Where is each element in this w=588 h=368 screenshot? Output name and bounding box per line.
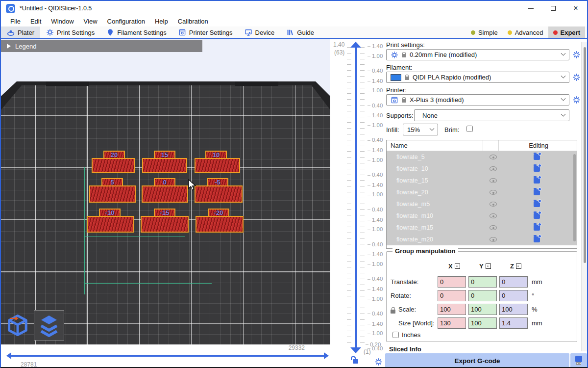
print-settings-gear-button[interactable] xyxy=(572,51,581,59)
mode-advanced[interactable]: Advanced xyxy=(503,26,548,38)
calibration-object-tab[interactable]: -5 xyxy=(207,178,228,186)
preview-view-button[interactable] xyxy=(34,310,64,341)
calibration-object-tab[interactable]: 0 xyxy=(154,178,175,186)
calibration-object-tab[interactable]: 10 xyxy=(205,151,227,159)
maximize-button[interactable] xyxy=(542,1,564,16)
menu-item-configuration[interactable]: Configuration xyxy=(103,17,149,26)
tab-printer-settings[interactable]: Printer Settings xyxy=(172,26,239,38)
uniform-scale-lock-icon[interactable] xyxy=(391,310,395,314)
manipulation-input-z[interactable] xyxy=(499,290,528,301)
calibration-object-tab[interactable]: 15 xyxy=(154,151,175,159)
calibration-object[interactable] xyxy=(195,158,240,173)
calibration-object[interactable] xyxy=(196,216,244,233)
manipulation-input-y[interactable] xyxy=(468,290,497,301)
layer-slider-track[interactable] xyxy=(355,47,357,348)
supports-combo[interactable]: None xyxy=(414,109,569,121)
edit-object-icon[interactable] xyxy=(534,213,540,219)
calibration-object-tab[interactable]: -10 xyxy=(99,209,121,217)
calibration-object-tab[interactable]: -20 xyxy=(208,209,229,217)
editor-view-button[interactable] xyxy=(2,310,33,341)
edit-object-icon[interactable] xyxy=(534,166,540,172)
table-row[interactable]: flowrate_m10 xyxy=(387,210,577,222)
table-row[interactable]: flowrate_15 xyxy=(387,175,577,186)
layer-slider-upper-handle[interactable] xyxy=(350,42,361,48)
close-button[interactable]: × xyxy=(564,1,587,16)
visibility-eye-icon[interactable] xyxy=(490,155,497,159)
tab-plater[interactable]: Plater xyxy=(1,26,40,38)
infill-combo[interactable]: 15% xyxy=(403,124,438,135)
inches-checkbox[interactable] xyxy=(392,332,399,338)
print-settings-combo[interactable]: 0.20mm Fine (modified) xyxy=(386,49,569,60)
visibility-eye-icon[interactable] xyxy=(490,190,497,195)
gcode-slider-left-handle[interactable] xyxy=(6,352,11,359)
calibration-object-tab[interactable]: 5 xyxy=(101,178,123,186)
filament-combo[interactable]: QIDI PLA Rapido (modified) xyxy=(386,72,569,83)
manipulation-input-y[interactable] xyxy=(468,304,497,315)
viewport-3d[interactable]: 20151050-5-10-15-20 Legend xyxy=(1,39,330,344)
layer-slider-lock-icon[interactable] xyxy=(353,359,358,364)
tab-filament-settings[interactable]: Filament Settings xyxy=(100,26,172,38)
manipulation-input-z[interactable] xyxy=(499,276,528,288)
export-usb-button[interactable] xyxy=(570,353,587,368)
menu-item-edit[interactable]: Edit xyxy=(26,17,46,26)
tab-device[interactable]: Device xyxy=(239,26,281,38)
menu-item-view[interactable]: View xyxy=(79,17,102,26)
edit-object-icon[interactable] xyxy=(534,154,540,160)
export-gcode-button[interactable]: Export G-code xyxy=(385,353,569,368)
edit-object-icon[interactable] xyxy=(534,201,540,207)
object-list-scrollbar[interactable] xyxy=(573,154,576,241)
manipulation-input-z[interactable] xyxy=(499,304,528,315)
calibration-object[interactable] xyxy=(89,185,136,203)
manipulation-input-x[interactable] xyxy=(438,290,466,301)
gcode-slider-right-handle[interactable] xyxy=(324,352,329,359)
table-row[interactable]: flowrate_m15 xyxy=(387,222,577,234)
layer-slider-gear-icon[interactable] xyxy=(374,358,383,366)
manipulation-input-y[interactable] xyxy=(468,276,497,288)
tab-guide[interactable]: Guide xyxy=(280,26,320,38)
edit-object-icon[interactable] xyxy=(534,189,540,195)
visibility-eye-icon[interactable] xyxy=(490,178,497,183)
manipulation-input-x[interactable] xyxy=(438,304,466,315)
manipulation-input-z[interactable] xyxy=(499,317,528,329)
edit-object-icon[interactable] xyxy=(534,225,540,231)
calibration-object[interactable] xyxy=(142,158,187,173)
mode-simple[interactable]: Simple xyxy=(466,26,503,38)
table-row[interactable]: flowrate_m20 xyxy=(387,234,577,245)
table-row[interactable]: flowrate_m5 xyxy=(387,198,577,210)
menu-item-file[interactable]: File xyxy=(6,17,25,26)
calibration-object[interactable] xyxy=(142,185,188,203)
menu-item-window[interactable]: Window xyxy=(47,17,78,26)
table-row[interactable]: flowrate_5 xyxy=(387,151,577,163)
filament-gear-button[interactable] xyxy=(572,73,581,81)
manipulation-input-x[interactable] xyxy=(438,276,466,288)
calibration-object[interactable] xyxy=(141,216,189,233)
visibility-eye-icon[interactable] xyxy=(490,202,497,207)
brim-checkbox[interactable] xyxy=(466,126,473,132)
visibility-eye-icon[interactable] xyxy=(490,166,497,171)
panel-scrollbar-thumb[interactable] xyxy=(584,47,586,263)
visibility-eye-icon[interactable] xyxy=(490,237,497,242)
edit-object-icon[interactable] xyxy=(534,237,540,242)
minimize-button[interactable] xyxy=(519,1,542,16)
calibration-object[interactable] xyxy=(92,158,135,173)
visibility-eye-icon[interactable] xyxy=(490,225,497,230)
mode-expert[interactable]: Expert xyxy=(548,26,585,38)
layer-slider-lower-handle[interactable] xyxy=(350,347,361,353)
calibration-object-tab[interactable]: -15 xyxy=(154,209,175,217)
gcode-move-slider[interactable] xyxy=(11,355,324,357)
edit-object-icon[interactable] xyxy=(534,178,540,184)
visibility-eye-icon[interactable] xyxy=(490,213,497,218)
menu-item-help[interactable]: Help xyxy=(150,17,172,26)
table-row[interactable]: flowrate_20 xyxy=(387,186,577,198)
panel-scrollbar[interactable] xyxy=(581,42,588,351)
legend-bar[interactable]: Legend xyxy=(1,40,202,52)
calibration-object-tab[interactable]: 20 xyxy=(103,151,125,159)
calibration-object[interactable] xyxy=(87,216,134,233)
printer-gear-button[interactable] xyxy=(572,96,581,104)
tab-print-settings[interactable]: Print Settings xyxy=(40,26,100,38)
manipulation-input-y[interactable] xyxy=(468,317,497,329)
calibration-object[interactable] xyxy=(195,185,243,203)
manipulation-input-x[interactable] xyxy=(438,317,466,329)
table-row[interactable]: flowrate_10 xyxy=(387,163,577,175)
printer-combo[interactable]: X-Plus 3 (modified) xyxy=(386,94,569,105)
